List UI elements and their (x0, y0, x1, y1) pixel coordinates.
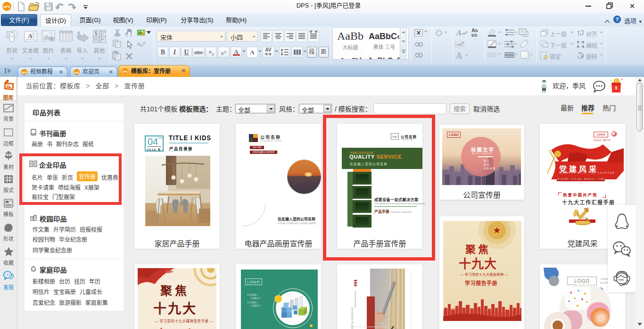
svg-text:5: 5 (95, 31, 98, 36)
svg-text:DPS: DPS (74, 71, 79, 74)
svg-text:DPS: DPS (22, 71, 27, 74)
svg-text:¥: ¥ (615, 85, 618, 91)
svg-text:DPS: DPS (123, 70, 128, 73)
svg-text:?: ? (616, 17, 619, 22)
